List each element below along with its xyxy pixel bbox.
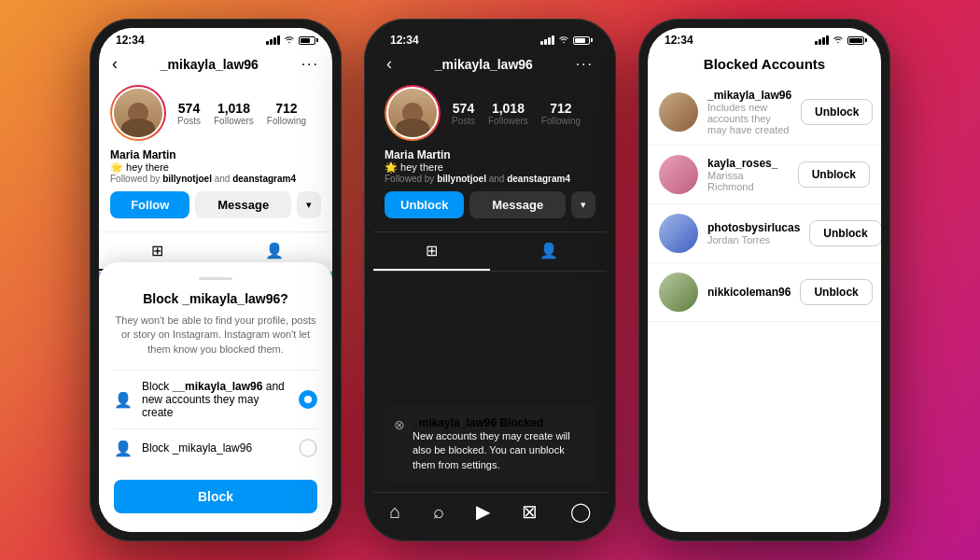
tab-bar-2: ⊞ 👤 bbox=[373, 231, 607, 272]
profile-stats-2: 574 Posts 1,018 Followers 712 Following bbox=[452, 101, 581, 126]
message-button-2[interactable]: Message bbox=[469, 191, 566, 218]
stat-followers-2: 1,018 Followers bbox=[488, 101, 528, 126]
person-plus-icon: 👤 bbox=[114, 391, 133, 409]
blocked-subtext-1: Marissa Richmond bbox=[707, 170, 789, 192]
profile-section-1: 574 Posts 1,018 Followers 712 Following … bbox=[99, 77, 332, 231]
wifi-icon-2 bbox=[558, 35, 569, 46]
battery-icon-3 bbox=[847, 36, 864, 45]
sheet-handle bbox=[199, 277, 232, 280]
sheet-desc: They won't be able to find your profile,… bbox=[114, 314, 317, 357]
signal-icon-1 bbox=[266, 35, 280, 45]
unblock-btn-2[interactable]: Unblock bbox=[809, 220, 881, 246]
action-buttons-1: Follow Message ▾ bbox=[110, 191, 321, 218]
status-bar-3: 12:34 bbox=[648, 28, 881, 50]
profile-top-1: 574 Posts 1,018 Followers 712 Following bbox=[110, 85, 321, 141]
tab-tagged-2[interactable]: 👤 bbox=[490, 232, 607, 271]
blocked-avatar-1 bbox=[659, 155, 698, 194]
nav-bar-2: ‹ _mikayla_law96 ··· bbox=[373, 50, 607, 77]
followed-by-1: Followed by billynotjoel and deanstagram… bbox=[110, 174, 321, 184]
blocked-accounts-page: Blocked Accounts _mikayla_law96 Includes… bbox=[648, 50, 881, 532]
phone-1: 12:34 ‹ _mikayla_law96 ··· bbox=[90, 19, 342, 541]
blocked-username-0: _mikayla_law96 bbox=[707, 89, 791, 102]
blocked-item-1: kayla_roses_ Marissa Richmond Unblock bbox=[648, 146, 881, 204]
phone-1-screen: 12:34 ‹ _mikayla_law96 ··· bbox=[99, 28, 332, 532]
wifi-icon-3 bbox=[833, 35, 844, 46]
action-buttons-2: Unblock Message ▾ bbox=[385, 191, 595, 218]
home-nav-icon[interactable]: ⌂ bbox=[389, 501, 400, 523]
option-1-text: Block __mikayla_law96 and new accounts t… bbox=[142, 380, 289, 419]
person-icon: 👤 bbox=[114, 440, 133, 457]
unblock-btn-0[interactable]: Unblock bbox=[801, 99, 873, 125]
chevron-button-2[interactable]: ▾ bbox=[571, 191, 595, 218]
blocked-username-1: kayla_roses_ bbox=[707, 157, 789, 170]
blocked-accounts-title: Blocked Accounts bbox=[648, 50, 881, 79]
nav-bar-1: ‹ _mikayla_law96 ··· bbox=[99, 50, 332, 77]
signal-icon-3 bbox=[815, 35, 829, 45]
status-bar-2: 12:34 bbox=[373, 28, 607, 50]
toast-title: _mikayla_law96 Blocked bbox=[413, 416, 586, 429]
signal-icon-2 bbox=[540, 35, 554, 45]
blocked-subtext-2: Jordan Torres bbox=[707, 234, 800, 245]
follow-button[interactable]: Follow bbox=[110, 191, 189, 218]
status-bar-1: 12:34 bbox=[99, 28, 332, 50]
blocked-info-2: photosbysirlucas Jordan Torres bbox=[707, 221, 800, 245]
radio-option-2[interactable] bbox=[299, 439, 317, 457]
blocked-item-2: photosbysirlucas Jordan Torres Unblock bbox=[648, 204, 881, 263]
status-time-3: 12:34 bbox=[665, 34, 693, 47]
stat-followers-1: 1,018 Followers bbox=[214, 101, 254, 126]
phone-3-screen: 12:34 Blocked Accounts bbox=[648, 28, 881, 532]
profile-bio-2: Maria Martin 🌟 hey there Followed by bil… bbox=[385, 148, 595, 184]
battery-icon-2 bbox=[573, 36, 590, 45]
sheet-option-1[interactable]: 👤 Block __mikayla_law96 and new accounts… bbox=[114, 370, 317, 428]
nav-username-2: _mikayla_law96 bbox=[435, 57, 533, 72]
blocked-toast: ⊗ _mikayla_law96 Blocked New accounts th… bbox=[383, 405, 597, 483]
back-button-2[interactable]: ‹ bbox=[386, 54, 392, 74]
blocked-avatar-0 bbox=[659, 92, 698, 132]
search-nav-icon[interactable]: ⌕ bbox=[433, 501, 444, 523]
stat-posts-2: 574 Posts bbox=[452, 101, 475, 126]
sheet-option-2[interactable]: 👤 Block _mikayla_law96 bbox=[114, 428, 317, 467]
wifi-icon-1 bbox=[284, 35, 295, 46]
back-button-1[interactable]: ‹ bbox=[112, 54, 118, 74]
toast-content: _mikayla_law96 Blocked New accounts they… bbox=[413, 416, 586, 472]
stat-posts-1: 574 Posts bbox=[177, 101, 201, 126]
block-button[interactable]: Block bbox=[114, 480, 317, 513]
shop-nav-icon[interactable]: ⊠ bbox=[522, 500, 538, 523]
chevron-button-1[interactable]: ▾ bbox=[297, 191, 321, 218]
sheet-title: Block _mikayla_law96? bbox=[114, 291, 317, 306]
profile-nav-icon[interactable]: ◯ bbox=[570, 500, 591, 523]
blocked-avatar-3 bbox=[659, 273, 698, 312]
block-bottom-sheet: Block _mikayla_law96? They won't be able… bbox=[99, 262, 332, 532]
status-time-1: 12:34 bbox=[116, 34, 145, 47]
avatar-1 bbox=[110, 85, 166, 141]
reels-nav-icon[interactable]: ▶ bbox=[476, 500, 490, 523]
profile-section-2: 574 Posts 1,018 Followers 712 Following … bbox=[373, 77, 607, 231]
radio-option-1[interactable] bbox=[299, 390, 317, 409]
nav-username-1: _mikayla_law96 bbox=[161, 57, 259, 72]
tab-grid-2[interactable]: ⊞ bbox=[373, 232, 490, 271]
unblock-button[interactable]: Unblock bbox=[385, 191, 464, 218]
phone-2: 12:34 ‹ _mikayla_law96 ··· bbox=[364, 19, 616, 541]
blocked-avatar-2 bbox=[659, 214, 698, 253]
profile-bio-1: Maria Martin 🌟 hey there Followed by bil… bbox=[110, 148, 321, 184]
blocked-username-3: nikkicoleman96 bbox=[707, 286, 791, 299]
stat-following-1: 712 Following bbox=[267, 101, 306, 126]
status-time-2: 12:34 bbox=[390, 34, 419, 47]
blocked-item-0: _mikayla_law96 Includes new accounts the… bbox=[648, 79, 881, 146]
toast-x-icon: ⊗ bbox=[394, 417, 405, 432]
unblock-btn-3[interactable]: Unblock bbox=[800, 279, 872, 305]
blocked-subtext-0: Includes new accounts they may have crea… bbox=[707, 102, 791, 135]
avatar-2 bbox=[385, 85, 441, 141]
more-button-1[interactable]: ··· bbox=[301, 56, 319, 73]
blocked-username-2: photosbysirlucas bbox=[707, 221, 800, 234]
battery-icon-1 bbox=[299, 36, 315, 45]
blocked-info-0: _mikayla_law96 Includes new accounts the… bbox=[707, 89, 791, 135]
toast-body: New accounts they may create will also b… bbox=[413, 429, 586, 472]
blocked-item-3: nikkicoleman96 Unblock bbox=[648, 263, 881, 322]
phone-3: 12:34 Blocked Accounts bbox=[638, 19, 890, 541]
more-button-2[interactable]: ··· bbox=[576, 56, 594, 73]
profile-stats-1: 574 Posts 1,018 Followers 712 Following bbox=[177, 101, 306, 126]
message-button-1[interactable]: Message bbox=[195, 191, 291, 218]
option-2-text: Block _mikayla_law96 bbox=[142, 441, 289, 455]
unblock-btn-1[interactable]: Unblock bbox=[798, 161, 870, 188]
